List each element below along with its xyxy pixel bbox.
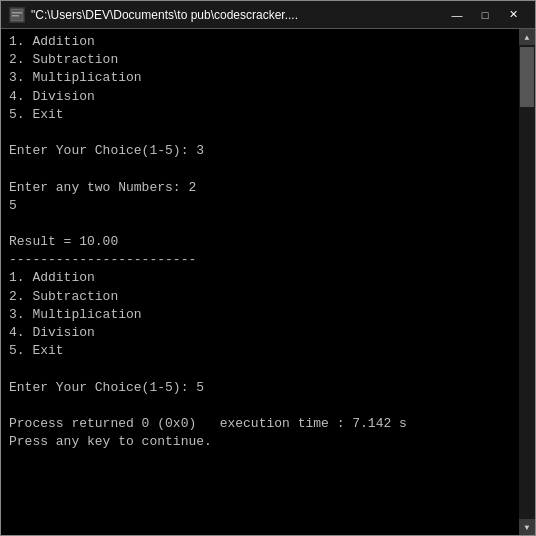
window-icon [9,7,25,23]
window: "C:\Users\DEV\Documents\to pub\codescrac… [0,0,536,536]
scroll-up-arrow[interactable]: ▲ [519,29,535,45]
scroll-down-arrow[interactable]: ▼ [519,519,535,535]
scroll-track[interactable] [519,45,535,519]
minimize-button[interactable]: — [443,5,471,25]
title-bar: "C:\Users\DEV\Documents\to pub\codescrac… [1,1,535,29]
window-title: "C:\Users\DEV\Documents\to pub\codescrac… [31,8,435,22]
console-output: 1. Addition 2. Subtraction 3. Multiplica… [1,29,519,535]
scrollbar[interactable]: ▲ ▼ [519,29,535,535]
svg-rect-2 [12,15,19,17]
title-buttons: — □ ✕ [443,5,527,25]
maximize-button[interactable]: □ [471,5,499,25]
console-area: 1. Addition 2. Subtraction 3. Multiplica… [1,29,535,535]
scroll-thumb[interactable] [520,47,534,107]
close-button[interactable]: ✕ [499,5,527,25]
svg-rect-1 [12,12,22,14]
